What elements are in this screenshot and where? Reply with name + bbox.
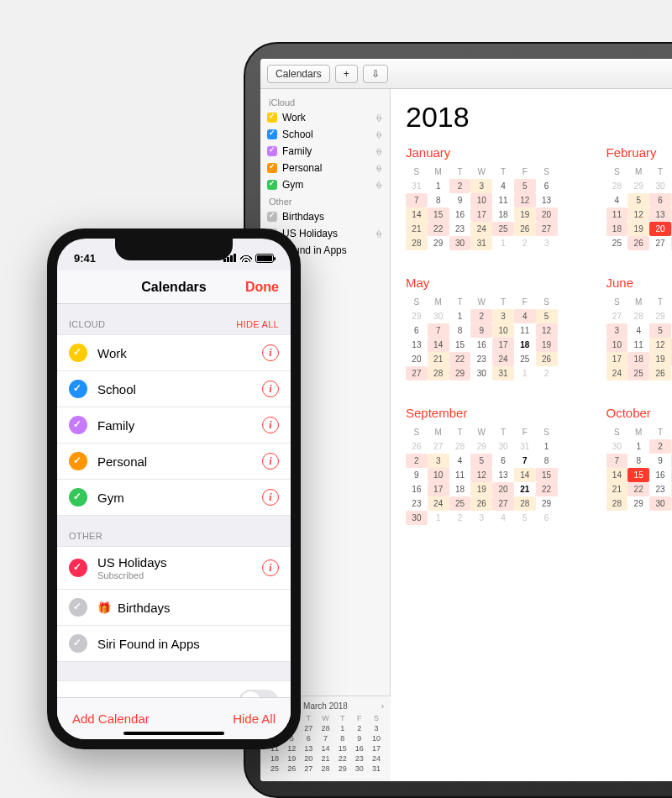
- calendar-check-icon[interactable]: [69, 634, 87, 653]
- month-name: October: [606, 406, 673, 420]
- calendar-label: Gym: [97, 491, 124, 505]
- month-block[interactable]: October SMTWTFS 301234567891011121314151…: [606, 406, 673, 511]
- calendar-check-icon[interactable]: [69, 598, 87, 617]
- calendar-checkbox[interactable]: [267, 146, 277, 156]
- calendar-label: Personal: [97, 454, 147, 469]
- device-notch: [115, 239, 233, 260]
- mac-toolbar: Calendars + ⇩ Da: [260, 59, 672, 89]
- shared-icon: ⦑⦒: [376, 113, 381, 123]
- calendar-check-icon[interactable]: [69, 452, 87, 470]
- calendar-row[interactable]: Gym i: [57, 479, 291, 516]
- calendar-label: School: [97, 382, 136, 396]
- hide-all-section-button[interactable]: HIDE ALL: [236, 319, 279, 329]
- plus-icon: +: [344, 68, 349, 80]
- sidebar-item[interactable]: Family⦑⦒: [260, 143, 390, 160]
- sidebar-item[interactable]: School⦑⦒: [260, 126, 390, 143]
- sidebar-item-label: Personal: [282, 162, 322, 174]
- sidebar-item-label: Family: [282, 145, 312, 157]
- calendar-row[interactable]: School i: [57, 370, 291, 407]
- calendar-checkbox[interactable]: [267, 113, 277, 123]
- sidebar-item[interactable]: Birthdays: [260, 208, 390, 225]
- nav-bar: Calendars Done: [57, 270, 291, 304]
- mac-calendar-window: Calendars + ⇩ Da iCloud Work⦑⦒ School⦑⦒ …: [260, 59, 672, 781]
- calendar-row[interactable]: US HolidaysSubscribed i: [57, 546, 291, 589]
- add-calendar-button[interactable]: +: [335, 65, 358, 83]
- battery-icon: [255, 254, 274, 263]
- calendar-label: US HolidaysSubscribed: [97, 555, 167, 580]
- month-name: February: [606, 145, 673, 160]
- share-button[interactable]: ⇩: [363, 65, 388, 83]
- month-name: January: [406, 145, 558, 160]
- calendar-row[interactable]: Personal i: [57, 443, 291, 479]
- hide-all-button[interactable]: Hide All: [233, 711, 276, 726]
- sidebar-item-label: Birthdays: [282, 211, 324, 223]
- done-button[interactable]: Done: [245, 280, 279, 295]
- calendar-check-icon[interactable]: [69, 488, 87, 507]
- calendar-checkbox[interactable]: [267, 180, 277, 190]
- calendar-check-icon[interactable]: [69, 416, 87, 434]
- ios-calendars-screen: 9:41 Calendars Done ICLOUD HIDE ALL Work…: [57, 239, 291, 739]
- calendar-label: Siri Found in Apps: [97, 637, 200, 651]
- status-time: 9:41: [74, 252, 96, 265]
- shared-icon: ⦑⦒: [376, 146, 381, 156]
- shared-icon: ⦑⦒: [376, 228, 381, 239]
- calendar-check-icon[interactable]: [69, 344, 87, 362]
- calendar-label: Family: [97, 418, 134, 433]
- chevron-right-icon[interactable]: ›: [381, 701, 384, 711]
- calendar-checkbox[interactable]: [267, 212, 277, 222]
- calendar-label: Birthdays: [118, 601, 171, 615]
- info-icon[interactable]: i: [262, 417, 279, 433]
- info-icon[interactable]: i: [262, 559, 279, 576]
- shared-icon: ⦑⦒: [376, 180, 381, 190]
- phone-frame: 9:41 Calendars Done ICLOUD HIDE ALL Work…: [47, 228, 301, 749]
- month-block[interactable]: February SMTWTFS 28293031123456789101112…: [606, 145, 673, 250]
- info-icon[interactable]: i: [262, 381, 279, 397]
- mini-month-title: March 2018: [303, 701, 348, 711]
- sidebar-item-label: Gym: [282, 179, 303, 191]
- calendar-label: Work: [97, 346, 127, 360]
- calendar-checkbox[interactable]: [267, 129, 277, 139]
- calendar-row[interactable]: Siri Found in Apps: [57, 625, 291, 662]
- month-block[interactable]: June SMTWTFS 272829303112345678910111213…: [606, 276, 673, 381]
- info-icon[interactable]: i: [262, 489, 279, 506]
- home-indicator[interactable]: [123, 732, 224, 735]
- sidebar-item[interactable]: Gym⦑⦒: [260, 176, 390, 193]
- sidebar-item-label: School: [282, 129, 313, 140]
- sidebar-item-label: Work: [282, 112, 306, 123]
- month-name: June: [606, 276, 673, 290]
- download-icon: ⇩: [371, 68, 380, 80]
- laptop-frame: Calendars + ⇩ Da iCloud Work⦑⦒ School⦑⦒ …: [244, 42, 672, 798]
- month-name: September: [406, 406, 558, 420]
- wifi-icon: [240, 254, 252, 262]
- section-other: OTHER: [69, 531, 102, 541]
- calendar-row[interactable]: 🎁 Birthdays: [57, 589, 291, 625]
- month-block[interactable]: January SMTWTFS 311234567891011121314151…: [406, 145, 558, 250]
- info-icon[interactable]: i: [262, 344, 279, 361]
- add-calendar-button[interactable]: Add Calendar: [72, 711, 150, 726]
- info-icon[interactable]: i: [262, 453, 279, 470]
- calendar-row[interactable]: Work i: [57, 334, 291, 370]
- calendar-row[interactable]: Family i: [57, 407, 291, 443]
- calendar-check-icon[interactable]: [69, 559, 87, 577]
- year-view[interactable]: 2018 January SMTWTFS 3112345678910111213…: [391, 89, 672, 781]
- shared-icon: ⦑⦒: [376, 129, 381, 139]
- calendars-button[interactable]: Calendars: [267, 65, 330, 83]
- month-name: May: [406, 276, 558, 290]
- calendar-check-icon[interactable]: [69, 380, 87, 398]
- month-block[interactable]: September SMTWTFS 2627282930311234567891…: [406, 406, 558, 525]
- gift-icon: 🎁: [97, 601, 111, 614]
- sidebar-section-icloud: iCloud: [260, 94, 390, 109]
- sidebar-section-other: Other: [260, 193, 390, 208]
- calendar-checkbox[interactable]: [267, 163, 277, 173]
- shared-icon: ⦑⦒: [376, 163, 381, 173]
- month-block[interactable]: May SMTWTFS 2930123456789101112131415161…: [406, 276, 558, 381]
- sidebar-item-label: US Holidays: [282, 228, 338, 239]
- sidebar-item[interactable]: Work⦑⦒: [260, 109, 390, 126]
- section-icloud: ICLOUD: [69, 319, 105, 329]
- year-label: 2018: [406, 101, 672, 134]
- sidebar-item[interactable]: Personal⦑⦒: [260, 160, 390, 176]
- nav-title: Calendars: [141, 280, 206, 295]
